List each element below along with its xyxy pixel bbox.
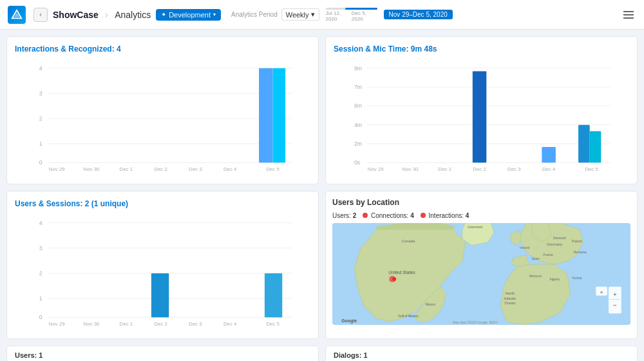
connections-dot <box>363 213 368 218</box>
svg-text:Spain: Spain <box>531 257 540 260</box>
hamburger-line-1 <box>623 11 634 12</box>
svg-text:3: 3 <box>39 90 43 97</box>
svg-text:Algeria: Algeria <box>549 278 560 281</box>
svg-text:0: 0 <box>39 159 43 166</box>
svg-text:Ireland: Ireland <box>520 246 529 249</box>
users-legend-text: Users: <box>332 212 353 219</box>
connections-legend-text: Connections: <box>371 212 410 219</box>
svg-text:Dec 3: Dec 3 <box>189 166 202 172</box>
svg-rect-41 <box>542 147 556 162</box>
svg-rect-20 <box>273 68 286 163</box>
svg-text:Nov 30: Nov 30 <box>84 321 100 327</box>
svg-text:Atlantic: Atlantic <box>504 297 516 300</box>
showcase-label: ShowCase <box>53 10 99 20</box>
users-legend-value: 2 <box>353 212 357 219</box>
svg-text:Denmark: Denmark <box>553 237 567 240</box>
period-select[interactable]: Weekly ▾ <box>281 8 319 21</box>
hamburger-menu-button[interactable] <box>621 8 636 21</box>
users-sessions-chart: 4 3 2 1 0 Nov 29 Nov 30 Dec 1 Dec 2 Dec … <box>15 213 310 327</box>
interactions-card: Interactions & Recognized: 4 4 3 2 1 0 N… <box>6 36 319 184</box>
svg-text:6m: 6m <box>354 102 362 109</box>
svg-text:Greenland: Greenland <box>468 226 482 229</box>
session-chart: 9m 7m 6m 4m 2m 0s Nov 29 Nov 30 Dec 1 De… <box>334 59 629 172</box>
svg-text:9m: 9m <box>354 65 362 72</box>
header-right <box>621 8 636 21</box>
svg-text:Dec 4: Dec 4 <box>223 166 237 172</box>
interactions-title-text: Interactions & Recognized: <box>15 44 117 54</box>
svg-text:Dec 5: Dec 5 <box>266 166 279 172</box>
dev-chevron-icon: ▾ <box>213 12 216 17</box>
svg-text:Nov 30: Nov 30 <box>84 166 100 172</box>
users-table-value: 1 <box>39 351 43 359</box>
svg-text:Dec 4: Dec 4 <box>223 321 237 327</box>
period-value: Weekly <box>286 11 309 19</box>
svg-text:Dec 2: Dec 2 <box>154 321 167 327</box>
dev-icon: ✦ <box>161 11 166 18</box>
svg-text:Germany: Germany <box>547 242 562 246</box>
svg-text:France: France <box>544 253 554 257</box>
dev-environment-button[interactable]: ✦ Development ▾ <box>156 9 221 21</box>
back-icon: ‹ <box>39 11 41 18</box>
svg-text:2: 2 <box>39 115 43 122</box>
dialogs-table-title-text: Dialogs: <box>334 351 363 359</box>
slider-dates: Jul 12, 2020 Dec 5, 2020 <box>326 10 377 22</box>
svg-text:Nov 30: Nov 30 <box>402 166 419 172</box>
svg-text:Gulf of Mexico: Gulf of Mexico <box>398 315 419 318</box>
svg-text:Poland: Poland <box>572 240 582 243</box>
svg-text:2: 2 <box>39 270 43 277</box>
svg-rect-62 <box>265 273 282 317</box>
svg-text:Dec 3: Dec 3 <box>507 166 520 172</box>
date-end: Dec 5, 2020 <box>352 10 377 22</box>
date-badge: Nov 29–Dec 5, 2020 <box>384 10 453 19</box>
map-container[interactable]: United States Canada Mexico Greenland Ge… <box>332 223 630 325</box>
users-sessions-chart-svg: 4 3 2 1 0 Nov 29 Nov 30 Dec 1 Dec 2 Dec … <box>15 213 310 327</box>
svg-text:United States: United States <box>388 270 415 275</box>
users-sessions-card: Users & Sessions: 2 (1 unique) 4 3 2 1 0… <box>6 191 319 339</box>
interactions-legend-text: Interactions: <box>429 212 466 219</box>
interactions-chart: 4 3 2 1 0 Nov 29 Nov 30 Dec 1 Dec 2 Dec … <box>15 59 310 172</box>
interactions-title: Interactions & Recognized: 4 <box>15 44 310 54</box>
slider-fill <box>345 8 377 10</box>
interactions-chart-svg: 4 3 2 1 0 Nov 29 Nov 30 Dec 1 Dec 2 Dec … <box>15 59 310 172</box>
svg-text:Dec 1: Dec 1 <box>120 321 133 327</box>
date-range-slider[interactable]: Jul 12, 2020 Dec 5, 2020 <box>326 8 377 22</box>
svg-rect-43 <box>590 131 601 162</box>
svg-text:Dec 3: Dec 3 <box>189 321 202 327</box>
back-button[interactable]: ‹ <box>33 8 48 22</box>
session-title: Session & Mic Time: 9m 48s <box>334 44 629 54</box>
interactions-value: 4 <box>117 44 121 54</box>
svg-text:Map data ©2020 Google, INEGI: Map data ©2020 Google, INEGI <box>453 320 498 324</box>
svg-text:Tunisia: Tunisia <box>572 277 582 280</box>
logo-area <box>8 6 26 24</box>
svg-rect-61 <box>151 273 169 317</box>
users-legend-label: Users: 2 <box>332 212 356 219</box>
interactions-legend-value: 4 <box>466 212 469 219</box>
svg-text:3: 3 <box>39 245 43 251</box>
users-sessions-title-text: Users & Sessions: <box>15 199 85 208</box>
app-logo <box>8 6 26 24</box>
users-table-card: Users: 1 Platform Last connection Locati… <box>6 346 319 361</box>
svg-text:Romania: Romania <box>574 251 587 254</box>
period-label: Analytics Period <box>231 11 278 18</box>
svg-rect-40 <box>473 72 487 163</box>
svg-text:0: 0 <box>39 314 43 320</box>
connections-legend-value: 4 <box>410 212 414 219</box>
dialogs-table-value: 1 <box>363 351 367 359</box>
svg-point-82 <box>392 277 396 281</box>
slider-track <box>326 8 377 10</box>
svg-text:+: + <box>613 291 617 298</box>
svg-text:4: 4 <box>39 65 43 72</box>
connections-legend-label: Connections: 4 <box>363 212 414 219</box>
hamburger-line-3 <box>623 17 634 19</box>
svg-text:7m: 7m <box>354 84 362 90</box>
users-table-title-text: Users: <box>15 351 39 359</box>
svg-text:4: 4 <box>39 220 43 226</box>
svg-text:4m: 4m <box>354 122 362 128</box>
map-legend: Users: 2 Connections: 4 Interactions: 4 <box>332 212 630 219</box>
hamburger-line-2 <box>623 14 634 15</box>
period-chevron-icon: ▾ <box>311 10 315 19</box>
svg-text:Ocean: Ocean <box>504 301 515 305</box>
svg-text:Dec 1: Dec 1 <box>120 166 133 172</box>
svg-text:Dec 5: Dec 5 <box>266 321 279 327</box>
users-table-title: Users: 1 <box>15 351 310 359</box>
